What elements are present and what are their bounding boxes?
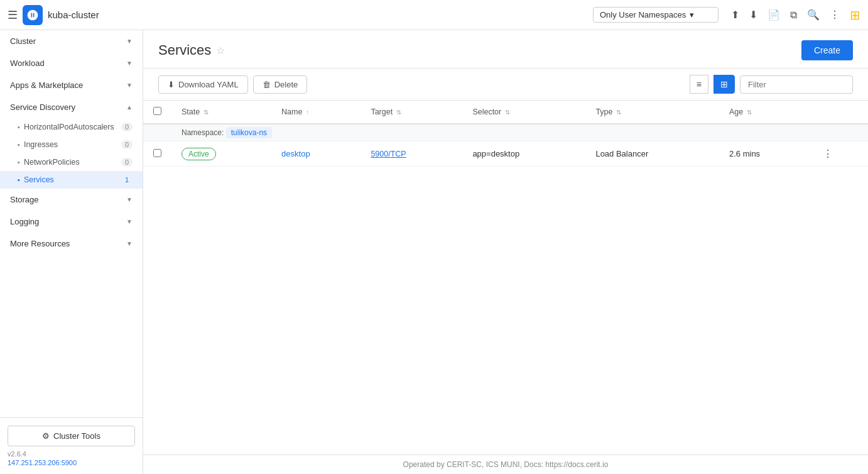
sort-icon: ↑ [306, 109, 309, 116]
target-link[interactable]: 5900/TCP [371, 150, 406, 158]
chevron-down-icon: ▼ [126, 38, 133, 45]
age-value: 2.6 mins [729, 149, 760, 158]
list-view-button[interactable]: ≡ [690, 75, 708, 94]
sidebar-section-more: More Resources ▼ [0, 233, 143, 255]
sidebar-footer: ⚙ Cluster Tools v2.6.4 147.251.253.206:5… [0, 417, 143, 474]
menu-icon[interactable]: ☰ [8, 8, 18, 22]
sidebar-section-cluster: Cluster ▼ [0, 30, 143, 52]
page-icon: ▪ [18, 123, 20, 131]
table-container: State ⇅ Name ↑ Target ⇅ Selector [143, 101, 868, 455]
download-icon[interactable]: ⬇ [749, 9, 757, 21]
namespace-label: Only User Namespaces [600, 10, 686, 19]
row-actions-cell: ⋮ [813, 141, 868, 167]
sidebar-service-discovery-label: Service Discovery [10, 102, 75, 112]
page-icon: ▪ [18, 176, 20, 184]
sidebar-service-discovery-header[interactable]: Service Discovery ▲ [0, 96, 143, 118]
page-footer: Operated by CERIT-SC, ICS MUNI, Docs: ht… [143, 455, 868, 474]
age-cell: 2.6 mins [719, 141, 813, 167]
sort-icon: ⇅ [505, 109, 510, 116]
type-column-header[interactable]: Type ⇅ [585, 101, 719, 124]
status-badge: Active [182, 148, 216, 160]
type-cell: Load Balancer [585, 141, 719, 167]
age-column-header[interactable]: Age ⇅ [719, 101, 813, 124]
sidebar-apps-label: Apps & Marketplace [10, 80, 83, 90]
page-title-area: Services ☆ [158, 42, 225, 58]
table-row: Active desktop 5900/TCP app=desktop Load [143, 141, 868, 167]
sidebar-logging-label: Logging [10, 217, 39, 226]
copy-icon[interactable]: ⧉ [790, 9, 797, 21]
sidebar-cluster-header[interactable]: Cluster ▼ [0, 30, 143, 52]
download-yaml-label: Download YAML [178, 80, 239, 89]
name-cell: desktop [271, 141, 361, 167]
sidebar-more-header[interactable]: More Resources ▼ [0, 233, 143, 255]
sort-icon: ⇅ [203, 109, 209, 116]
sidebar-item-ingresses[interactable]: ▪ Ingresses 0 [0, 136, 143, 153]
sidebar-workload-header[interactable]: Workload ▼ [0, 52, 143, 74]
grid-icon[interactable]: ⊞ [850, 8, 860, 23]
sidebar-item-hpa[interactable]: ▪ HorizontalPodAutoscalers 0 [0, 118, 143, 136]
sidebar-storage-label: Storage [10, 195, 39, 204]
search-icon[interactable]: 🔍 [807, 9, 820, 21]
upload-icon[interactable]: ⬆ [731, 9, 739, 21]
sort-icon: ⇅ [747, 109, 752, 116]
name-column-header[interactable]: Name ↑ [271, 101, 361, 124]
row-checkbox[interactable] [153, 149, 161, 157]
selector-column-header[interactable]: Selector ⇅ [462, 101, 585, 124]
table-header: State ⇅ Name ↑ Target ⇅ Selector [143, 101, 868, 124]
state-column-header[interactable]: State ⇅ [171, 101, 271, 124]
chevron-up-icon: ▲ [126, 104, 133, 111]
filter-input[interactable] [740, 75, 853, 94]
chevron-down-icon: ▼ [126, 60, 133, 67]
file-icon[interactable]: 📄 [768, 9, 780, 21]
more-options-icon[interactable]: ⋮ [830, 9, 840, 21]
chevron-down-icon: ▼ [126, 218, 133, 225]
sidebar-section-service-discovery: Service Discovery ▲ ▪ HorizontalPodAutos… [0, 96, 143, 189]
type-label: Type [595, 107, 612, 116]
service-name-link[interactable]: desktop [281, 149, 310, 158]
sidebar-networkpolicies-label: NetworkPolicies [24, 158, 80, 167]
version-text: v2.6.4 [8, 446, 135, 459]
page-icon: ▪ [18, 158, 20, 166]
chevron-down-icon: ▾ [690, 10, 694, 19]
chevron-down-icon: ▼ [126, 82, 133, 89]
favorite-star-icon[interactable]: ☆ [216, 45, 225, 57]
delete-button[interactable]: 🗑 Delete [253, 75, 308, 94]
download-icon: ⬇ [168, 80, 175, 89]
sort-icon: ⇅ [616, 109, 621, 116]
select-all-header [143, 101, 171, 124]
namespace-selector[interactable]: Only User Namespaces ▾ [593, 7, 719, 23]
sidebar-section-apps: Apps & Marketplace ▼ [0, 74, 143, 96]
sort-icon: ⇅ [396, 109, 401, 116]
sidebar-workload-label: Workload [10, 58, 45, 68]
services-badge: 1 [121, 175, 133, 184]
grid-view-button[interactable]: ⊞ [713, 75, 735, 94]
delete-icon: 🗑 [263, 80, 271, 89]
app-logo [23, 5, 43, 25]
cluster-tools-button[interactable]: ⚙ Cluster Tools [8, 426, 135, 446]
sidebar-storage-header[interactable]: Storage ▼ [0, 189, 143, 211]
services-table: State ⇅ Name ↑ Target ⇅ Selector [143, 101, 868, 167]
select-all-checkbox[interactable] [153, 107, 161, 115]
sidebar-cluster-label: Cluster [10, 36, 36, 46]
state-cell: Active [171, 141, 271, 167]
sidebar-logging-header[interactable]: Logging ▼ [0, 211, 143, 233]
table-body: Namespace: tulikova-ns Active de [143, 124, 868, 167]
namespace-value: tulikova-ns [226, 127, 272, 138]
sidebar-item-networkpolicies[interactable]: ▪ NetworkPolicies 0 [0, 153, 143, 171]
sidebar-content: Cluster ▼ Workload ▼ Apps & Marketplace … [0, 30, 143, 417]
row-checkbox-cell [143, 141, 171, 167]
ip-address[interactable]: 147.251.253.206:5900 [8, 459, 135, 466]
actions-column-header [813, 101, 868, 124]
page-header: Services ☆ Create [143, 30, 868, 69]
sidebar-item-services[interactable]: ▪ Services 1 [0, 171, 143, 189]
target-column-header[interactable]: Target ⇅ [361, 101, 462, 124]
target-label: Target [371, 107, 393, 116]
sidebar-apps-header[interactable]: Apps & Marketplace ▼ [0, 74, 143, 96]
main-layout: Cluster ▼ Workload ▼ Apps & Marketplace … [0, 30, 868, 474]
create-button[interactable]: Create [801, 40, 853, 60]
chevron-down-icon: ▼ [126, 196, 133, 203]
sidebar-services-label: Services [24, 175, 54, 184]
sidebar: Cluster ▼ Workload ▼ Apps & Marketplace … [0, 30, 143, 474]
row-actions-menu[interactable]: ⋮ [823, 148, 833, 159]
download-yaml-button[interactable]: ⬇ Download YAML [158, 75, 248, 94]
